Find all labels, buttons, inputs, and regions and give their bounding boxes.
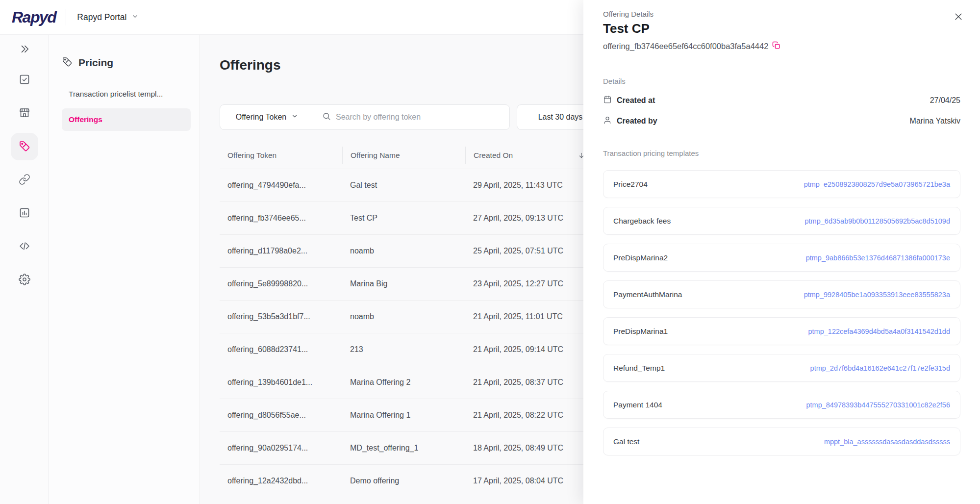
created-by-row: Created by Marina Yatskiv <box>603 116 960 126</box>
checklist-icon <box>19 74 30 87</box>
templates-section-label: Transaction pricing templates <box>603 149 960 157</box>
tag-icon <box>62 56 73 69</box>
template-id-link[interactable]: ptmp_e2508923808257d9e5a073965721be3a <box>804 180 950 188</box>
calendar-icon <box>603 95 612 106</box>
pricing-template-card[interactable]: Gal test mppt_bla_assssssdasasdasddasdss… <box>603 428 960 455</box>
storefront-icon <box>19 107 30 120</box>
cell-offering-token: offering_d8056f55ae... <box>220 411 342 420</box>
pricing-template-card[interactable]: Payment 1404 ptmp_84978393b4475552703310… <box>603 391 960 419</box>
template-name: PreDispMarina1 <box>613 327 668 336</box>
portal-switcher-label: Rapyd Portal <box>77 12 126 23</box>
cell-offering-token: offering_d11798a0e2... <box>220 247 342 255</box>
created-by-value: Marina Yatskiv <box>910 117 960 126</box>
copy-token-button[interactable] <box>772 41 780 51</box>
table-row[interactable]: offering_139b4601de1... Marina Offering … <box>220 366 592 399</box>
rail-items <box>11 66 38 294</box>
column-header-created-on-label: Created On <box>474 151 513 160</box>
cell-offering-name: MD_test_offering_1 <box>342 444 465 453</box>
chevrons-right-icon <box>19 44 30 56</box>
cell-offering-token: offering_6088d23741... <box>220 345 342 354</box>
chevron-down-icon <box>291 113 298 122</box>
template-name: PaymentAuthMarina <box>613 290 682 299</box>
cell-offering-token: offering_139b4601de1... <box>220 378 342 387</box>
search-icon <box>322 112 331 123</box>
table-row[interactable]: offering_4794490efa... Gal test 29 April… <box>220 169 592 202</box>
search-field-dropdown[interactable]: Offering Token <box>220 105 314 129</box>
pricing-template-card[interactable]: Refund_Temp1 ptmp_2d7f6bd4a16162e641c27f… <box>603 354 960 382</box>
column-header-created-on[interactable]: Created On <box>465 147 592 164</box>
template-name: Price2704 <box>613 180 648 189</box>
table-row[interactable]: offering_12a2432dbd... Demo offering 17 … <box>220 464 592 497</box>
cell-created-on: 29 April, 2025, 11:43 UTC <box>465 181 592 190</box>
rail-item-tasks[interactable] <box>11 66 38 94</box>
link-icon <box>19 174 30 187</box>
expand-sidebar-button[interactable] <box>15 40 34 59</box>
pricing-template-card[interactable]: Price2704 ptmp_e2508923808257d9e5a073965… <box>603 170 960 198</box>
rail-item-links[interactable] <box>11 166 38 194</box>
pricing-template-card[interactable]: PreDispMarina1 ptmp_122cefa4369d4bd5a4a0… <box>603 317 960 345</box>
template-id-link[interactable]: ptmp_122cefa4369d4bd5a4a0f3141542d1dd <box>808 328 950 335</box>
cell-offering-token: offering_12a2432dbd... <box>220 477 342 485</box>
rail-item-pricing[interactable] <box>11 133 38 160</box>
offering-token-value: offering_fb3746ee65ef64cc60f00ba3fa5a444… <box>603 42 768 51</box>
template-id-link[interactable]: ptmp_9928405be1a093353913eee83555823a <box>804 291 950 299</box>
pricing-template-card[interactable]: PreDispMarina2 ptmp_9ab866b53e1376d46871… <box>603 244 960 272</box>
column-header-offering-name[interactable]: Offering Name <box>342 147 465 164</box>
cell-created-on: 21 April, 2025, 08:22 UTC <box>465 411 592 420</box>
cell-created-on: 21 April, 2025, 11:01 UTC <box>465 312 592 321</box>
table-row[interactable]: offering_fb3746ee65... Test CP 27 April,… <box>220 202 592 234</box>
cell-offering-token: offering_90a0295174... <box>220 444 342 453</box>
table-row[interactable]: offering_90a0295174... MD_test_offering_… <box>220 431 592 464</box>
offering-token-row: offering_fb3746ee65ef64cc60f00ba3fa5a444… <box>603 41 960 51</box>
cell-created-on: 23 April, 2025, 12:27 UTC <box>465 279 592 288</box>
template-id-link[interactable]: ptmp_6d35ab9b0b01128505692b5ac8d5109d <box>805 217 950 225</box>
template-id-link[interactable]: ptmp_84978393b447555270331001c82e2f56 <box>806 401 950 409</box>
rail-item-developers[interactable] <box>11 233 38 260</box>
cell-offering-token: offering_5e89998820... <box>220 279 342 288</box>
cell-offering-token: offering_4794490efa... <box>220 181 342 190</box>
cell-created-on: 17 April, 2025, 08:04 UTC <box>465 477 592 485</box>
icon-rail <box>0 35 49 504</box>
sidebar-item-transaction-pricelist-templates[interactable]: Transaction pricelist templ... <box>62 83 191 105</box>
pricing-template-card[interactable]: PaymentAuthMarina ptmp_9928405be1a093353… <box>603 280 960 308</box>
created-at-value: 27/04/25 <box>930 96 960 105</box>
template-id-link[interactable]: ptmp_2d7f6bd4a16162e641c27f17e2fe315d <box>810 364 950 372</box>
cell-created-on: 27 April, 2025, 09:13 UTC <box>465 214 592 223</box>
template-id-link[interactable]: mppt_bla_assssssdasasdasddasdsssss <box>824 438 950 446</box>
template-name: PreDispMarina2 <box>613 253 668 262</box>
cell-created-on: 21 April, 2025, 08:37 UTC <box>465 378 592 387</box>
table-row[interactable]: offering_53b5a3d1bf7... noamb 21 April, … <box>220 300 592 333</box>
portal-switcher[interactable]: Rapyd Portal <box>77 12 139 23</box>
search-filter-group: Offering Token <box>220 104 510 130</box>
template-id-link[interactable]: ptmp_9ab866b53e1376d46871386fa000173e <box>806 254 950 262</box>
pricing-sidebar: Pricing Transaction pricelist templ... O… <box>49 35 200 504</box>
table-row[interactable]: offering_d8056f55ae... Marina Offering 1… <box>220 399 592 431</box>
offerings-table: Offering Token Offering Name Created On … <box>220 142 592 497</box>
sidebar-title-label: Pricing <box>78 57 113 69</box>
table-row[interactable]: offering_6088d23741... 213 21 April, 202… <box>220 333 592 366</box>
created-by-label: Created by <box>617 117 657 126</box>
offering-details-panel: Offering Details Test CP offering_fb3746… <box>583 0 980 504</box>
cell-offering-token: offering_fb3746ee65... <box>220 214 342 223</box>
detail-rows: Created at 27/04/25 Created by Marina Ya… <box>603 95 960 126</box>
table-row[interactable]: offering_d11798a0e2... noamb 25 April, 2… <box>220 234 592 267</box>
pricing-template-card[interactable]: Chargeback fees ptmp_6d35ab9b0b011285056… <box>603 207 960 235</box>
sidebar-item-offerings[interactable]: Offerings <box>62 108 191 131</box>
cell-created-on: 18 April, 2025, 08:49 UTC <box>465 444 592 453</box>
rail-item-settings[interactable] <box>11 266 38 294</box>
cell-offering-name: Test CP <box>342 214 465 223</box>
cell-offering-name: Gal test <box>342 181 465 190</box>
close-panel-button[interactable] <box>954 12 963 23</box>
gear-icon <box>19 274 30 287</box>
person-icon <box>603 116 612 126</box>
cell-offering-name: noamb <box>342 247 465 255</box>
search-input[interactable] <box>336 113 502 122</box>
table-row[interactable]: offering_5e89998820... Marina Big 23 Apr… <box>220 267 592 300</box>
created-at-row: Created at 27/04/25 <box>603 95 960 106</box>
table-body: offering_4794490efa... Gal test 29 April… <box>220 169 592 497</box>
rail-item-merchants[interactable] <box>11 100 38 127</box>
copy-icon <box>772 41 780 51</box>
panel-divider <box>583 62 980 62</box>
column-header-offering-token[interactable]: Offering Token <box>220 147 342 164</box>
rail-item-reports[interactable] <box>11 200 38 227</box>
